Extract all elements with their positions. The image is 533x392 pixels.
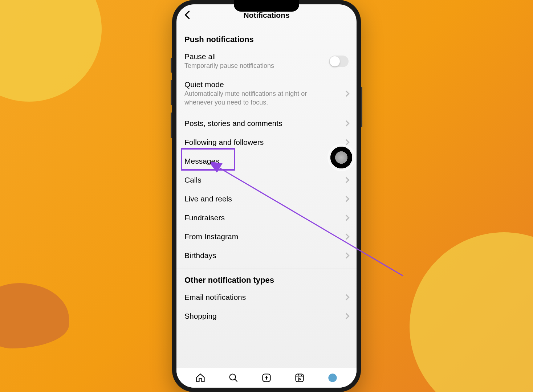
chevron-right-icon (343, 253, 350, 259)
chevron-right-icon (343, 177, 350, 183)
chevron-right-icon (343, 234, 350, 240)
row-label: Email notifications (184, 293, 344, 302)
row-live-reels[interactable]: Live and reels (176, 189, 357, 208)
chevron-right-icon (343, 139, 350, 146)
row-label: Live and reels (184, 195, 344, 203)
chevron-right-icon (343, 313, 350, 319)
row-sublabel: Temporarily pause notifications (184, 62, 322, 70)
row-label: Shopping (184, 312, 344, 320)
chevron-right-icon (343, 196, 350, 202)
add-post-icon[interactable] (261, 373, 272, 383)
chevron-right-icon (343, 90, 350, 97)
row-birthdays[interactable]: Birthdays (176, 246, 357, 265)
row-label: From Instagram (184, 232, 344, 241)
chevron-right-icon (343, 215, 350, 221)
phone-volume-down (171, 113, 172, 138)
page-title: Notifications (243, 11, 289, 20)
row-messages[interactable]: Messages (176, 152, 357, 171)
chevron-right-icon (343, 294, 350, 301)
chevron-right-icon (343, 121, 350, 127)
toggle-pause-all[interactable] (329, 56, 349, 67)
bg-shape-decorative-2 (410, 232, 533, 392)
phone-screen: Notifications Push notifications Pause a… (176, 4, 357, 388)
row-email-notifications[interactable]: Email notifications (176, 288, 357, 307)
row-label: Quiet mode (184, 80, 344, 89)
section-title-push: Push notifications (176, 25, 357, 47)
phone-power-button (361, 87, 362, 127)
profile-icon[interactable] (327, 373, 338, 383)
row-fundraisers[interactable]: Fundraisers (176, 208, 357, 227)
row-label: Calls (184, 176, 344, 184)
row-label: Pause all (184, 52, 329, 61)
svg-point-3 (329, 373, 337, 382)
svg-rect-2 (296, 374, 304, 382)
phone-device-frame: Notifications Push notifications Pause a… (172, 0, 361, 392)
reels-icon[interactable] (294, 373, 305, 383)
row-label: Following and followers (184, 138, 344, 147)
row-calls[interactable]: Calls (176, 171, 357, 189)
chevron-left-icon (182, 9, 193, 20)
row-quiet-mode[interactable]: Quiet mode Automatically mute notificati… (176, 75, 357, 114)
bottom-navigation (176, 368, 357, 388)
row-from-instagram[interactable]: From Instagram (176, 227, 357, 246)
row-label: Messages (184, 157, 344, 166)
row-label: Birthdays (184, 251, 344, 260)
section-title-other: Other notification types (176, 269, 357, 288)
row-label: Posts, stories and comments (184, 119, 344, 128)
row-following-followers[interactable]: Following and followers (176, 133, 357, 152)
back-button[interactable] (182, 9, 193, 20)
svg-point-0 (229, 374, 235, 380)
phone-side-button (171, 58, 172, 73)
row-sublabel: Automatically mute notifications at nigh… (184, 90, 322, 107)
search-icon[interactable] (228, 373, 239, 383)
home-icon[interactable] (195, 373, 206, 383)
bg-shape-decorative-1 (0, 0, 102, 102)
bg-shape-decorative-3 (0, 283, 69, 348)
phone-volume-up (171, 80, 172, 105)
header-bar: Notifications (176, 4, 357, 25)
row-label: Fundraisers (184, 213, 344, 222)
row-pause-all[interactable]: Pause all Temporarily pause notification… (176, 47, 357, 75)
row-shopping[interactable]: Shopping (176, 307, 357, 326)
row-posts-stories-comments[interactable]: Posts, stories and comments (176, 114, 357, 133)
